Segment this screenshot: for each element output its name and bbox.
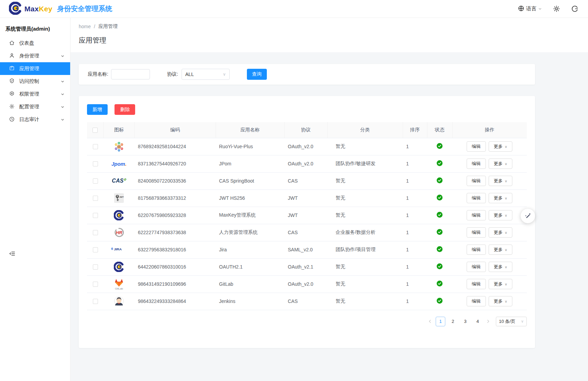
more-button[interactable]: 更多∨ [489, 193, 512, 203]
sidebar-item-apps[interactable]: 应用管理 [0, 62, 70, 75]
edit-button[interactable]: 编辑 [467, 159, 486, 169]
sidebar-item-access[interactable]: 访问控制 [0, 75, 70, 88]
app-table: 图标编码应用名称协议分类排序状态操作 876892492581044224Ruo… [87, 122, 527, 310]
edit-button[interactable]: 编辑 [467, 279, 486, 289]
row-actions: 编辑更多∨ [452, 296, 527, 306]
more-button[interactable]: 更多∨ [489, 159, 512, 169]
edit-button[interactable]: 编辑 [467, 227, 486, 238]
search-panel: 应用名称: 协议: ALL ∨ 查询 [79, 64, 535, 85]
language-menu[interactable]: 语言 [518, 5, 542, 13]
more-button[interactable]: 更多∨ [489, 296, 512, 306]
status-enabled-icon [437, 230, 443, 236]
protocol-select[interactable]: ALL ∨ [182, 69, 230, 80]
more-button[interactable]: 更多∨ [489, 210, 512, 220]
breadcrumb-current: 应用管理 [98, 23, 118, 30]
table-row: Jpom.837136275440926720JPomOAuth_v2.0团队协… [87, 155, 527, 172]
app-code: 644220607860310016 [134, 258, 216, 275]
jwt-logo: JWT [104, 193, 134, 203]
column-header-code: 编码 [134, 122, 216, 138]
app-sort: 1 [403, 258, 427, 275]
settings-button[interactable] [553, 5, 560, 12]
app-table-body: 876892492581044224RuoYi-Vue-PlusOAuth_v2… [87, 138, 527, 310]
chevron-down-icon: ∨ [505, 265, 507, 269]
column-header-sort: 排序 [403, 122, 427, 138]
sidebar-collapse-button[interactable] [9, 250, 15, 257]
prev-page-button[interactable] [427, 319, 433, 324]
jenkins-logo [104, 296, 134, 306]
row-checkbox[interactable] [93, 282, 98, 287]
sidebar-item-dashboard[interactable]: 仪表盘 [0, 37, 70, 50]
svg-text:HR: HR [116, 230, 122, 235]
row-checkbox[interactable] [93, 247, 98, 252]
breadcrumb-home[interactable]: home [79, 24, 91, 29]
select-all-checkbox[interactable] [92, 128, 98, 133]
clock-icon [9, 116, 15, 123]
page-title: 应用管理 [79, 36, 580, 45]
page-size-select[interactable]: 10 条/页∨ [496, 317, 527, 326]
app-status-cell [427, 189, 452, 207]
sidebar-menu: 仪表盘身份管理应用管理访问控制权限管理配置管理日志审计 [0, 37, 70, 126]
sidebar-item-identity[interactable]: 身份管理 [0, 50, 70, 62]
page-number-3[interactable]: 3 [460, 317, 470, 326]
row-actions-cell: 编辑更多∨ [452, 275, 527, 293]
logout-button[interactable] [571, 5, 578, 12]
sidebar-item-label: 仪表盘 [19, 40, 34, 46]
more-label: 更多 [494, 229, 503, 236]
edit-button[interactable]: 编辑 [467, 210, 486, 220]
row-checkbox[interactable] [93, 196, 98, 201]
chevron-down-icon [61, 92, 65, 96]
app-protocol: JWT [284, 207, 327, 224]
breadcrumb: home / 应用管理 [79, 23, 580, 30]
next-page-button[interactable] [485, 319, 491, 324]
app-code: 876892492581044224 [134, 138, 216, 155]
more-button[interactable]: 更多∨ [489, 176, 512, 186]
row-checkbox[interactable] [93, 213, 98, 218]
more-button[interactable]: 更多∨ [489, 141, 512, 152]
more-button[interactable]: 更多∨ [489, 244, 512, 255]
sidebar-item-permissions[interactable]: 权限管理 [0, 88, 70, 100]
add-button[interactable]: 新增 [87, 104, 108, 115]
more-button[interactable]: 更多∨ [489, 227, 512, 238]
row-select-cell [87, 138, 104, 155]
status-enabled-icon [437, 196, 443, 202]
page-number-4[interactable]: 4 [473, 317, 482, 326]
app-name: JPom [216, 155, 284, 172]
row-checkbox[interactable] [93, 230, 98, 235]
row-checkbox[interactable] [93, 161, 98, 166]
app-status-cell [427, 172, 452, 189]
edit-button[interactable]: 编辑 [467, 193, 486, 203]
delete-button[interactable]: 删除 [115, 104, 135, 115]
page-number-1[interactable]: 1 [436, 317, 445, 326]
search-button[interactable]: 查询 [247, 69, 267, 80]
app-sort: 1 [403, 138, 427, 155]
status-enabled-icon [437, 299, 443, 305]
sidebar-item-audit[interactable]: 日志审计 [0, 113, 70, 126]
row-checkbox[interactable] [93, 299, 98, 304]
app-category: 暂无 [327, 189, 403, 207]
page-number-2[interactable]: 2 [448, 317, 458, 326]
app-icon-cell: CAS✿ [104, 172, 134, 189]
app-name-input[interactable] [111, 69, 150, 79]
chevron-down-icon: ∨ [505, 179, 507, 183]
edit-button[interactable]: 编辑 [467, 176, 486, 186]
sidebar-item-config[interactable]: 配置管理 [0, 100, 70, 113]
more-button[interactable]: 更多∨ [489, 279, 512, 289]
edit-button[interactable]: 编辑 [467, 141, 486, 152]
menu-fold-icon [9, 250, 15, 257]
row-checkbox[interactable] [93, 178, 98, 184]
app-code: 817568793663373312 [134, 189, 216, 207]
row-actions: 编辑更多∨ [452, 176, 527, 186]
row-checkbox[interactable] [93, 144, 98, 149]
app-protocol: CAS [284, 224, 327, 241]
edit-button[interactable]: 编辑 [467, 296, 486, 306]
row-select-cell [87, 258, 104, 275]
topbar: MaxKey 身份安全管理系统 语言 [0, 0, 588, 18]
row-checkbox[interactable] [93, 264, 98, 270]
current-user-label: 系统管理员(admin) [0, 18, 70, 37]
protocol-select-value: ALL [185, 72, 194, 77]
more-button[interactable]: 更多∨ [489, 262, 512, 272]
edit-button[interactable]: 编辑 [467, 244, 486, 255]
app-icon-cell: JWT [104, 189, 134, 207]
assistant-floating-button[interactable] [521, 209, 535, 223]
edit-button[interactable]: 编辑 [467, 262, 486, 272]
